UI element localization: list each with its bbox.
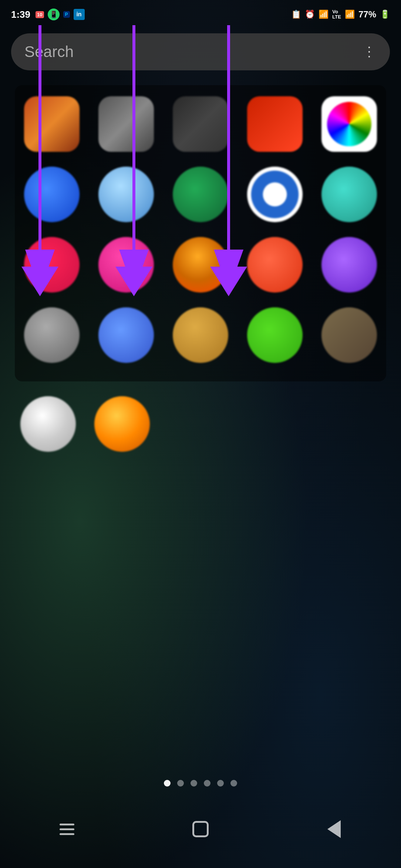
app-icon-wrapper[interactable]	[169, 307, 232, 363]
app-icon-wrapper[interactable]	[318, 167, 381, 222]
back-button[interactable]	[316, 816, 353, 842]
app-icon[interactable]	[247, 167, 303, 222]
page-dot-3[interactable]	[191, 780, 197, 787]
signal-bars-icon: 📶	[345, 10, 355, 19]
app-icon-wrapper[interactable]	[243, 96, 306, 152]
app-icon[interactable]	[98, 237, 154, 293]
app-icon[interactable]	[247, 96, 303, 152]
app-icon[interactable]	[24, 307, 80, 363]
app-icon[interactable]	[173, 167, 228, 222]
app-row-2	[20, 163, 381, 226]
recents-button[interactable]	[48, 816, 85, 842]
app-icon[interactable]	[173, 96, 228, 152]
app-icon[interactable]	[247, 307, 303, 363]
app-icon[interactable]	[321, 307, 377, 363]
app-icon-wrapper[interactable]	[318, 307, 381, 363]
more-options-icon[interactable]: ⋮	[363, 44, 377, 60]
app-icon[interactable]	[94, 396, 150, 452]
app-icon-wrapper[interactable]	[243, 237, 306, 293]
app-icon-wrapper[interactable]	[243, 307, 306, 363]
app-icon-wrapper[interactable]	[20, 237, 83, 293]
app-icon-wrapper[interactable]	[20, 307, 83, 363]
paytm-icon: P	[63, 11, 70, 18]
app-icon[interactable]	[173, 237, 228, 293]
home-icon	[192, 821, 209, 837]
app-icon-wrapper[interactable]	[20, 96, 83, 152]
app-icon[interactable]	[247, 237, 303, 293]
app-icon[interactable]	[98, 307, 154, 363]
calendar-icon: 10	[36, 11, 44, 18]
clipboard-icon: 📋	[291, 10, 301, 19]
status-left: 1:39 10 📱 P in	[11, 9, 85, 20]
app-icon[interactable]	[24, 237, 80, 293]
app-row-3	[20, 233, 381, 296]
nav-bar	[0, 798, 401, 868]
home-button[interactable]	[182, 816, 219, 842]
status-bar: 1:39 10 📱 P in 📋 ⏰ 📶 Vo LTE	[0, 0, 401, 26]
linkedin-icon: in	[74, 9, 85, 20]
status-icons-left: 10 📱 P in	[36, 9, 84, 20]
app-icon-wrapper[interactable]	[17, 396, 80, 452]
status-right: 📋 ⏰ 📶 Vo LTE 📶 77% 🔋	[291, 9, 390, 20]
alarm-icon: ⏰	[305, 10, 315, 19]
nav-line	[60, 828, 74, 830]
app-icon[interactable]	[24, 167, 80, 222]
search-bar-container: Search ⋮	[0, 26, 401, 78]
app-icon[interactable]	[321, 237, 377, 293]
page-dot-4[interactable]	[204, 780, 210, 787]
battery-percent: 77%	[358, 9, 376, 20]
back-icon	[327, 820, 341, 838]
app-icon[interactable]	[173, 307, 228, 363]
app-icon-wrapper[interactable]	[169, 96, 232, 152]
app-icon-wrapper[interactable]	[95, 237, 158, 293]
volte-lte-icon: Vo LTE	[332, 9, 341, 20]
app-icon-wrapper[interactable]	[91, 396, 154, 452]
app-icon[interactable]	[98, 167, 154, 222]
app-row-partial	[11, 393, 390, 455]
app-icon-wrapper[interactable]	[95, 307, 158, 363]
page-dot-5[interactable]	[217, 780, 224, 787]
page-dot-6[interactable]	[230, 780, 237, 787]
app-icon-wrapper[interactable]	[318, 96, 381, 152]
app-icon[interactable]	[321, 96, 377, 152]
app-icon-wrapper[interactable]	[95, 167, 158, 222]
search-bar[interactable]: Search ⋮	[11, 33, 390, 70]
app-icon[interactable]	[20, 396, 76, 452]
page-dot-2[interactable]	[177, 780, 184, 787]
app-rows-background	[15, 85, 386, 381]
app-icon[interactable]	[24, 96, 80, 152]
app-icon-wrapper[interactable]	[20, 167, 83, 222]
page-dot-1[interactable]	[164, 780, 171, 787]
wifi-icon: 📶	[319, 10, 328, 19]
app-icon[interactable]	[321, 167, 377, 222]
page-indicators	[164, 780, 237, 787]
app-icon-wrapper[interactable]	[318, 237, 381, 293]
app-row-1	[20, 93, 381, 156]
battery-icon: 🔋	[380, 10, 390, 19]
app-row-4	[20, 304, 381, 367]
app-icon-wrapper[interactable]	[243, 167, 306, 222]
app-grid	[0, 78, 401, 470]
whatsapp-icon: 📱	[48, 9, 60, 20]
status-time: 1:39	[11, 9, 30, 20]
app-icon[interactable]	[98, 96, 154, 152]
nav-line	[60, 824, 74, 825]
recents-icon	[60, 824, 74, 835]
app-icon-wrapper[interactable]	[95, 96, 158, 152]
app-icon-wrapper[interactable]	[169, 167, 232, 222]
app-icon-wrapper[interactable]	[169, 237, 232, 293]
search-placeholder: Search	[24, 43, 363, 61]
nav-line	[60, 833, 74, 835]
